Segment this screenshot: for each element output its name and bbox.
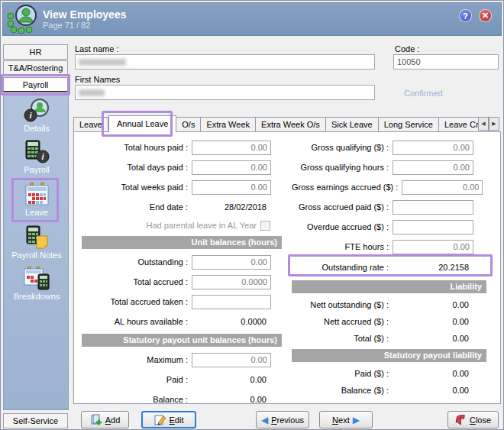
- section-header: Liability: [292, 280, 486, 293]
- add-label: A: [105, 415, 111, 425]
- balance-value: 0.00: [192, 395, 271, 404]
- total-days-paid-input[interactable]: [192, 160, 271, 175]
- form-row: Total accrued :: [82, 272, 282, 292]
- field-label: Gross earnings accrued ($) :: [292, 183, 402, 192]
- sidebar-item-payroll[interactable]: i Payroll: [4, 140, 69, 174]
- field-label: Total ($) :: [292, 334, 393, 343]
- code-label: Code :: [395, 44, 419, 53]
- tab-extra-week-os[interactable]: Extra Week O/s: [256, 117, 326, 132]
- end-date-value: 28/02/2018: [192, 202, 271, 212]
- tab-extra-week[interactable]: Extra Week: [201, 117, 256, 132]
- code-field[interactable]: 10050: [393, 54, 499, 70]
- field-label: Balance :: [82, 395, 192, 404]
- section-header: Unit balances (hours): [82, 236, 282, 249]
- outstanding-input[interactable]: [192, 255, 271, 270]
- gross-qualifying-input[interactable]: [393, 141, 473, 155]
- tab-os[interactable]: O/s: [176, 117, 201, 132]
- confirmed-status: Confirmed: [404, 89, 443, 98]
- total-accrued-taken-input[interactable]: [192, 295, 271, 309]
- field-label: Gross qualifying ($) :: [292, 143, 393, 152]
- left-column: Total hours paid : Total days paid : Tot…: [82, 137, 282, 409]
- sidebar: i Details i Payroll: [3, 95, 69, 410]
- next-arrow-icon: ▶: [353, 415, 360, 425]
- close-icon[interactable]: ✕: [479, 9, 492, 22]
- sidebar-item-leave[interactable]: Leave: [4, 183, 69, 217]
- tab-leave[interactable]: Leave: [73, 117, 108, 132]
- form-row: Paid : 0.00: [82, 370, 282, 390]
- form-row: Maximum :: [82, 350, 282, 370]
- add-button[interactable]: Add: [81, 411, 129, 428]
- field-label: Outstanding :: [82, 257, 192, 267]
- maximum-input[interactable]: [192, 353, 271, 367]
- leave-tabstrip: Leave Annual Leave O/s Extra Week Extra …: [73, 115, 501, 132]
- gross-earnings-accrued-input[interactable]: [402, 180, 483, 195]
- overdue-accrued-input[interactable]: [393, 220, 473, 234]
- sidebar-item-breakdowns[interactable]: Breakdowns: [4, 267, 69, 301]
- sidebar-item-label: Breakdowns: [4, 292, 69, 301]
- form-row: Gross qualifying hours :: [292, 157, 486, 177]
- form-row: AL hours available : 0.0000: [82, 312, 282, 331]
- sidebar-item-label: Details: [4, 124, 69, 133]
- previous-arrow-icon: ◀: [261, 415, 268, 425]
- first-names-field[interactable]: [75, 85, 375, 100]
- outstanding-rate-value: 20.2158: [393, 263, 473, 272]
- field-label: Nett outstanding ($) :: [292, 300, 393, 309]
- sidebar-tab-payroll[interactable]: Payroll: [3, 77, 68, 92]
- field-label: Nett accrued ($) :: [292, 317, 393, 326]
- calculator-info-icon: i: [23, 140, 50, 164]
- had-parental-leave-checkbox[interactable]: [260, 221, 270, 231]
- edit-button[interactable]: Edit: [141, 411, 196, 428]
- form-row: Balance : 0.00: [82, 390, 282, 409]
- page-indicator: Page 71 / 82: [43, 21, 126, 30]
- help-icon[interactable]: ?: [459, 9, 472, 22]
- outstanding-rate-row: Outstanding rate : 20.2158: [292, 257, 486, 278]
- sidebar-item-payroll-notes[interactable]: Payroll Notes: [4, 225, 69, 260]
- calculator-note-icon: [23, 225, 50, 250]
- form-row: Nett accrued ($) : 0.00: [292, 313, 486, 330]
- title-bar: View Employees Page 71 / 82 ? ✕: [2, 2, 502, 36]
- tab-long-service[interactable]: Long Service: [379, 117, 439, 132]
- total-weeks-paid-input[interactable]: [192, 180, 271, 195]
- tab-sick-leave[interactable]: Sick Leave: [326, 117, 379, 132]
- form-row: FTE hours :: [292, 237, 486, 257]
- last-name-field[interactable]: [75, 54, 375, 70]
- form-row: Total weeks paid :: [82, 177, 282, 197]
- gross-accrued-paid-input[interactable]: [393, 200, 473, 215]
- field-label: Paid ($) :: [292, 369, 393, 378]
- paid-value: 0.00: [192, 375, 271, 384]
- app-logo-icon: [5, 4, 43, 34]
- redacted-text: [79, 59, 126, 66]
- title-block: View Employees Page 71 / 82: [43, 9, 126, 30]
- form-row: Overdue accrued ($) :: [292, 217, 486, 237]
- sidebar-item-details[interactable]: i Details: [4, 99, 69, 133]
- redacted-text: [79, 89, 105, 96]
- form-row: Gross earnings accrued ($) :: [292, 177, 486, 197]
- calendar-calculator-icon: [23, 267, 50, 291]
- window-title: View Employees: [43, 9, 126, 21]
- edit-label: E: [170, 415, 175, 425]
- close-button[interactable]: Close: [447, 411, 499, 428]
- tab-annual-leave[interactable]: Annual Leave: [108, 115, 176, 132]
- sidebar-tab-ta-rostering[interactable]: T&A/Rostering: [3, 60, 68, 76]
- person-info-icon: i: [23, 99, 50, 123]
- previous-button[interactable]: ◀ Previous: [256, 411, 309, 428]
- field-label: Paid :: [82, 375, 192, 384]
- last-name-label: Last name :: [75, 44, 118, 53]
- tab-scroll-right-icon[interactable]: ▶: [489, 117, 499, 131]
- fte-hours-input[interactable]: [393, 240, 473, 254]
- total-accrued-input[interactable]: [192, 275, 271, 289]
- close-arrow-icon: [455, 414, 467, 425]
- al-hours-available-value: 0.0000: [192, 317, 271, 326]
- form-row: Total hours paid :: [82, 137, 282, 157]
- field-label: Total accrued taken :: [82, 297, 192, 306]
- total-hours-paid-input[interactable]: [192, 141, 271, 155]
- sidebar-tab-self-service[interactable]: Self-Service: [3, 413, 68, 428]
- nett-outstanding-value: 0.00: [393, 300, 473, 309]
- gross-qualifying-hours-input[interactable]: [393, 160, 473, 175]
- field-label: AL hours available :: [82, 317, 192, 326]
- next-button[interactable]: Next ▶: [319, 411, 373, 428]
- sidebar-tab-hr[interactable]: HR: [3, 44, 68, 60]
- tab-scroll-left-icon[interactable]: ◀: [478, 117, 489, 131]
- form-row: Balance ($) : 0.00: [292, 382, 486, 399]
- field-label: Gross accrued paid ($) :: [292, 202, 393, 212]
